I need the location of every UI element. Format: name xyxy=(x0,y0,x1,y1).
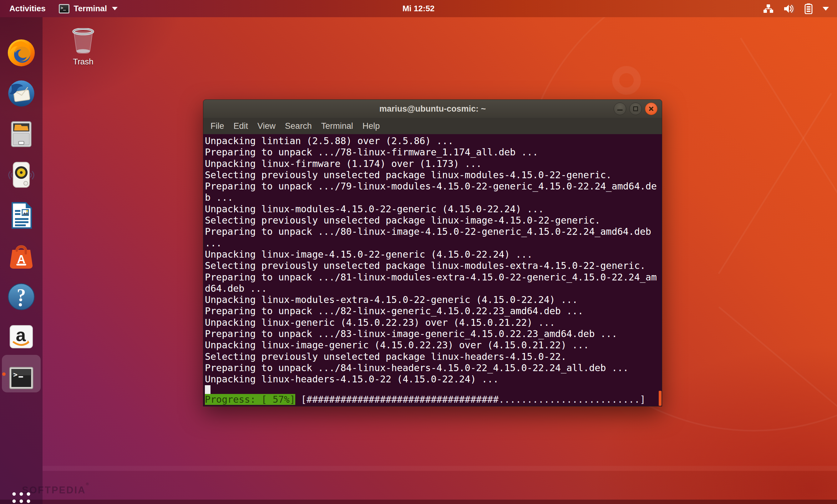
trash-label: Trash xyxy=(66,57,100,67)
amazon-icon: a xyxy=(7,322,36,351)
dock-item-firefox[interactable] xyxy=(7,38,36,67)
file-cabinet-icon xyxy=(7,120,36,148)
menu-terminal[interactable]: Terminal xyxy=(317,121,358,131)
close-button[interactable] xyxy=(645,103,657,115)
dock: A ? a xyxy=(0,17,42,504)
maximize-icon xyxy=(633,106,638,111)
trash-desktop-icon[interactable]: Trash xyxy=(66,28,100,67)
close-icon xyxy=(648,106,654,112)
clock-label: Mi 12:52 xyxy=(403,4,435,14)
menu-edit[interactable]: Edit xyxy=(229,121,253,131)
dock-item-ubuntu-software[interactable]: A xyxy=(7,242,36,270)
show-applications-button[interactable] xyxy=(11,491,31,504)
terminal-output: Unpacking lintian (2.5.88) over (2.5.86)… xyxy=(203,134,662,385)
dock-item-help[interactable]: ? xyxy=(7,282,36,311)
dock-item-rhythmbox[interactable] xyxy=(7,160,36,189)
window-title: marius@ubuntu-cosmic: ~ xyxy=(379,104,486,114)
progress-percent-badge: Progress: [ 57%] xyxy=(205,394,295,405)
wallpaper-band xyxy=(42,471,837,504)
wallpaper-line-pattern xyxy=(718,306,837,420)
svg-text:a: a xyxy=(16,325,26,345)
wallpaper-line-pattern xyxy=(740,37,837,240)
writer-document-icon xyxy=(7,201,36,230)
dock-item-thunderbird[interactable] xyxy=(7,79,36,108)
terminal-icon: >_ xyxy=(59,4,69,14)
menu-help[interactable]: Help xyxy=(358,121,385,131)
dock-item-libreoffice-writer[interactable] xyxy=(7,201,36,230)
minimize-button[interactable] xyxy=(614,103,626,115)
menu-view[interactable]: View xyxy=(253,121,280,131)
minimize-icon xyxy=(617,109,623,111)
menu-search[interactable]: Search xyxy=(280,121,317,131)
thunderbird-icon xyxy=(7,79,36,108)
trash-can-icon xyxy=(71,28,95,54)
wallpaper-line-pattern xyxy=(718,93,832,274)
svg-text:?: ? xyxy=(17,285,26,305)
maximize-button[interactable] xyxy=(629,103,642,115)
activities-button[interactable]: Activities xyxy=(10,4,46,14)
system-status-area[interactable] xyxy=(763,0,837,17)
top-bar: Activities >_ Terminal Mi 12:52 xyxy=(0,0,837,17)
terminal-titlebar[interactable]: marius@ubuntu-cosmic: ~ xyxy=(203,100,662,118)
terminal-scrollbar-thumb[interactable] xyxy=(659,391,661,406)
svg-text:>: > xyxy=(13,371,18,379)
wallpaper-ring-pattern xyxy=(612,66,641,95)
battery-icon xyxy=(804,3,813,14)
app-menu-label: Terminal xyxy=(74,4,107,14)
clock-button[interactable]: Mi 12:52 xyxy=(403,0,435,17)
dock-item-amazon[interactable]: a xyxy=(7,322,36,351)
menu-file[interactable]: File xyxy=(206,121,229,131)
network-icon xyxy=(763,4,774,14)
question-mark-icon: ? xyxy=(7,282,36,311)
terminal-window: marius@ubuntu-cosmic: ~ File Edit View S… xyxy=(203,100,662,407)
terminal-icon: > xyxy=(7,364,36,392)
volume-icon xyxy=(783,4,795,14)
terminal-menubar: File Edit View Search Terminal Help xyxy=(203,118,662,134)
dock-item-terminal[interactable]: > xyxy=(7,364,36,392)
app-menu-button[interactable]: >_ Terminal xyxy=(59,4,118,14)
top-bar-left: Activities >_ Terminal xyxy=(0,4,118,14)
chevron-down-icon xyxy=(112,7,118,10)
ubuntu-desktop: SOFTPEDIA® Trash marius@ubuntu-cosmic: ~… xyxy=(0,0,837,504)
dock-item-files[interactable] xyxy=(7,120,36,148)
window-controls xyxy=(614,103,657,115)
speaker-icon xyxy=(7,160,36,189)
firefox-icon xyxy=(7,38,36,67)
app-grid-icon xyxy=(11,491,31,504)
software-bag-icon: A xyxy=(7,242,36,270)
progress-bar-text: [##################################.....… xyxy=(295,394,645,405)
running-indicator-dot xyxy=(2,372,6,376)
wallpaper-band xyxy=(42,466,837,471)
apt-progress-line: Progress: [ 57%] [######################… xyxy=(205,394,657,405)
terminal-screen[interactable]: Unpacking lintian (2.5.88) over (2.5.86)… xyxy=(203,134,662,406)
chevron-down-icon xyxy=(823,7,829,11)
screen-bottom-edge xyxy=(0,500,837,504)
